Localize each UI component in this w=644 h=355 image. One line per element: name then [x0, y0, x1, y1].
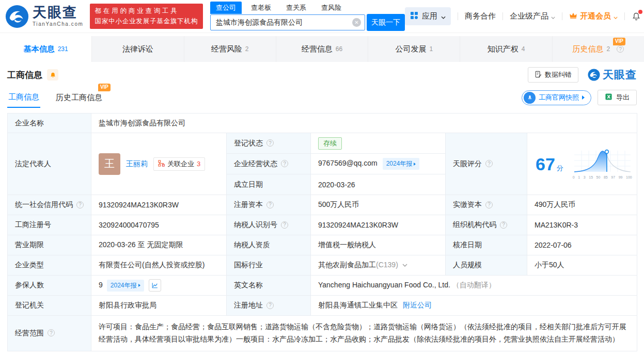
vip-badge: VIP [98, 84, 111, 91]
search-button[interactable]: 天眼一下 [367, 14, 405, 31]
crown-icon [569, 12, 577, 21]
tab-operating-info[interactable]: 经营信息66 [276, 36, 368, 62]
subtab-business-info[interactable]: 工商信息 [7, 88, 40, 108]
industry-value: 其他农副食品加工 [318, 261, 376, 269]
subscribe-bell-icon[interactable] [47, 69, 58, 80]
org-chart-icon [158, 160, 165, 168]
search-tab-boss[interactable]: 查老板 [245, 2, 277, 14]
field-label: 营业期限 [15, 240, 44, 249]
tianyancha-swirl-icon [588, 69, 600, 81]
establish-date-value: 2020-03-26 [318, 181, 355, 189]
vip-badge: VIP [613, 38, 625, 45]
official-snapshot-button[interactable]: 工商官网快照 [522, 90, 591, 105]
annual-report-label: 2024年报 [111, 281, 137, 290]
tab-count: 1 [429, 45, 433, 53]
tab-history-info[interactable]: VIP 历史信息2 [552, 36, 644, 62]
tab-operating-risk[interactable]: 经营风险2 [184, 36, 276, 62]
help-icon[interactable] [76, 201, 84, 208]
chevron-down-icon[interactable] [402, 264, 407, 267]
search-input[interactable] [210, 14, 365, 30]
data-correction-button[interactable]: 数据纠错 [528, 67, 578, 83]
menu-enterprise-products[interactable]: 企业级产品 [510, 11, 555, 21]
field-label: 成立日期 [234, 180, 263, 188]
help-icon[interactable] [485, 201, 493, 208]
table-row: 营业期限 2020-03-26 至 无固定期限 纳税人资质 增值税一般纳税人 核… [8, 235, 637, 255]
field-label: 经营范围 [15, 329, 44, 337]
brand-domain: TianYanCha.com [33, 21, 84, 27]
annual-report-tag[interactable]: 2024年报 [107, 280, 144, 292]
reg-no-value: 320924000470795 [99, 221, 159, 229]
field-label: 组织机构代码 [453, 220, 496, 229]
menu-open-vip-label: 开通会员 [580, 11, 611, 21]
tianyancha-watermark: 天眼查 [588, 68, 637, 82]
auto-translate-note: （自动翻译） [452, 281, 496, 289]
score-distribution-chart: 0131550859799100 [573, 149, 632, 179]
help-icon[interactable] [485, 160, 493, 167]
help-icon[interactable] [500, 221, 507, 229]
subtab-history-business-info[interactable]: 历史工商信息 VIP [55, 88, 103, 107]
field-label: 纳税人识别号 [234, 220, 277, 229]
org-code-value: MA213K0R-3 [535, 221, 578, 229]
table-row: 统一社会信用代码 91320924MA213K0R3W 注册资本 500万人民币… [8, 195, 637, 215]
trend-chart-icon[interactable] [149, 279, 161, 292]
notification-bell-icon[interactable] [632, 11, 641, 21]
tab-legal-proceedings[interactable]: 法律诉讼 [91, 36, 183, 62]
help-icon[interactable] [266, 302, 274, 309]
reg-capital-value: 500万人民币 [318, 200, 359, 208]
help-icon[interactable] [281, 221, 288, 229]
export-button[interactable]: 导出 [598, 90, 637, 105]
tianyan-score[interactable]: 67分 [535, 149, 630, 179]
help-icon[interactable] [617, 45, 624, 53]
authority-value: 射阳县行政审批局 [99, 301, 156, 309]
field-label: 国标行业 [234, 261, 263, 269]
chevron-down-icon [614, 12, 618, 21]
tab-basic-info[interactable]: 基本信息231 [0, 36, 91, 62]
company-nav-tabs: 基本信息231 法律诉讼 经营风险2 经营信息66 公司发展1 知识产权4 VI… [0, 36, 644, 62]
field-label: 人员规模 [453, 261, 482, 269]
paid-capital-value: 490万人民币 [535, 200, 575, 208]
table-row: 法定代表人 王 王丽莉 关联企业 3 登记状态 存续 天眼评分 [8, 133, 637, 154]
search-tab-company[interactable]: 查公司 [210, 2, 242, 14]
nearby-companies-link[interactable]: 附近公司 [403, 301, 432, 309]
related-companies-button[interactable]: 关联企业 3 [153, 157, 205, 171]
help-icon[interactable] [281, 160, 288, 167]
promo-banner: 都在用的商业查询工具 国家中小企业发展子基金旗下机构 [90, 4, 203, 29]
field-label: 统一社会信用代码 [15, 200, 73, 208]
search-tab-relation[interactable]: 查关系 [280, 2, 312, 14]
field-label: 核准日期 [453, 240, 482, 249]
approval-date-value: 2022-07-06 [535, 241, 572, 249]
tab-company-development[interactable]: 公司发展1 [368, 36, 460, 62]
field-label: 实缴资本 [453, 200, 482, 208]
avatar[interactable]: 王 [99, 153, 120, 175]
apps-menu[interactable]: 应用 [405, 7, 451, 25]
menu-biz-cooperation[interactable]: 商务合作 [465, 11, 496, 21]
clear-icon[interactable] [352, 18, 361, 27]
legal-representative-link[interactable]: 王丽莉 [126, 159, 148, 169]
taxpayer-id-value: 91320924MA213K0R3W [318, 221, 398, 229]
tab-ip-label: 知识产权 [488, 44, 519, 54]
help-icon[interactable] [266, 139, 274, 147]
arrow-right-icon [582, 95, 585, 100]
score-value: 67 [536, 154, 555, 174]
search-tab-risk[interactable]: 查风险 [316, 2, 347, 14]
tab-legal-label: 法律诉讼 [122, 44, 153, 54]
menu-enterprise-label: 企业级产品 [510, 11, 548, 21]
main-content: 工商信息 数据纠错 天眼查 工商信息 历史工商信息 VIP 工商官网快照 [0, 63, 644, 351]
field-label: 登记状态 [234, 139, 263, 147]
menu-divider [502, 12, 503, 20]
search-area: 查公司 查老板 查关系 查风险 天眼一下 [210, 2, 405, 31]
tianyancha-logo[interactable]: 天眼查 TianYanCha.com [5, 5, 84, 28]
field-label: 企业名称 [15, 119, 44, 127]
field-label: 工商注册号 [15, 220, 51, 229]
field-label: 登记机关 [15, 301, 44, 309]
annual-report-label: 2024年报 [386, 159, 413, 168]
notification-dot [638, 10, 642, 14]
business-term-value: 2020-03-26 至 无固定期限 [99, 240, 183, 249]
tab-intellectual-property[interactable]: 知识产权4 [460, 36, 552, 62]
help-icon[interactable] [48, 329, 55, 336]
chevron-down-icon [551, 12, 555, 21]
menu-open-vip[interactable]: 开通会员 [569, 11, 618, 21]
help-icon[interactable] [266, 201, 274, 208]
annual-report-tag[interactable]: 2024年报 [383, 158, 420, 170]
tab-count: 2 [606, 45, 610, 53]
